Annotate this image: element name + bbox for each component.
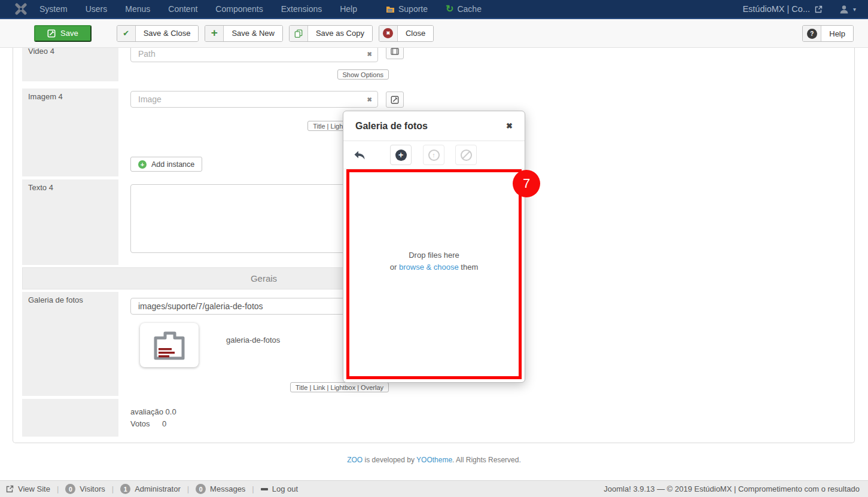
gallery-folder-thumbnail[interactable] — [140, 323, 199, 367]
close-button[interactable]: ✖ Close — [379, 25, 434, 42]
save-new-button[interactable]: + Save & New — [205, 25, 283, 42]
video4-select-button[interactable] — [386, 48, 404, 59]
menu-users[interactable]: Users — [86, 4, 108, 14]
admin-count-badge: 1 — [120, 484, 130, 494]
save-button[interactable]: Save — [34, 25, 92, 42]
cancel-upload-button — [455, 145, 477, 165]
video4-path-input[interactable] — [130, 48, 378, 62]
save-edit-icon — [47, 29, 56, 38]
show-options-button[interactable]: Show Options — [337, 69, 389, 80]
galeria-path-wrap: ✖ — [130, 298, 378, 315]
browse-choose-link[interactable]: browse & choose — [399, 263, 459, 272]
menu-components[interactable]: Components — [215, 4, 263, 14]
modal-title: Galeria de fotos — [355, 121, 428, 132]
imagem4-input[interactable] — [130, 91, 378, 108]
gallery-folder-name: galeria-de-fotos — [226, 336, 280, 344]
external-link-icon — [6, 485, 14, 493]
dropzone-text: Drop files here or browse & choose them — [390, 249, 478, 273]
back-arrow-icon[interactable] — [354, 150, 366, 160]
file-dropzone[interactable]: Drop files here or browse & choose them — [346, 169, 522, 379]
logout-link[interactable]: Log out — [261, 484, 298, 493]
upload-circle-icon: ↑ — [428, 150, 440, 161]
admin-menubar: System Users Menus Content Components Ex… — [0, 0, 868, 19]
field-label: Video 4 — [22, 48, 118, 56]
menu-cache[interactable]: ↻ Cache — [446, 4, 482, 14]
label-cell-texto4: Texto 4 — [22, 179, 118, 265]
visitors-count-badge: 0 — [65, 484, 75, 494]
imagem4-wrap: ✖ — [130, 91, 378, 108]
zoo-link[interactable]: ZOO — [347, 456, 363, 464]
visitors-status[interactable]: 0 Visitors — [65, 484, 105, 494]
galeria-options-button[interactable]: Title | Link | Lightbox | Overlay — [290, 382, 389, 392]
menu-suporte[interactable]: Suporte — [386, 4, 428, 14]
field-label: Imagem 4 — [22, 89, 118, 101]
joomla-version-copyright: Joomla! 3.9.13 — © 2019 EstúdioMX | Comp… — [604, 484, 860, 493]
yootheme-link[interactable]: YOOtheme — [416, 456, 452, 464]
admin-statusbar: View Site | 0 Visitors | 1 Administrator… — [0, 480, 868, 497]
external-link-icon — [815, 5, 823, 13]
modal-toolbar: + ↑ — [343, 141, 525, 169]
imagem4-edit-button[interactable] — [386, 92, 404, 108]
plus-circle-icon: + — [395, 150, 407, 161]
administrator-status[interactable]: 1 Administrator — [120, 484, 181, 494]
cache-refresh-icon: ↻ — [446, 4, 453, 14]
menu-system[interactable]: System — [39, 4, 68, 14]
logout-icon — [261, 488, 268, 490]
suporte-folder-icon — [386, 5, 395, 13]
chevron-down-icon: ▾ — [853, 6, 856, 13]
messages-status[interactable]: 0 Messages — [196, 484, 245, 494]
save-copy-button[interactable]: Save as Copy — [289, 25, 373, 42]
joomla-logo-icon[interactable] — [13, 3, 29, 15]
action-toolbar: Save ✔ Save & Close + Save & New Save as… — [0, 19, 868, 48]
label-cell-video4: Video 4 — [22, 48, 118, 81]
check-icon: ✔ — [117, 26, 136, 41]
site-preview-link[interactable]: EstúdioMX | Co... — [742, 4, 823, 14]
modal-header: Galeria de fotos ✖ — [343, 111, 525, 141]
toolbar-button-group: ✔ Save & Close + Save & New Save as Copy… — [117, 25, 434, 42]
folder-icon — [151, 328, 188, 362]
votos-value: 0 — [162, 419, 166, 428]
video-file-icon — [391, 48, 399, 55]
question-circle-icon: ? — [803, 26, 821, 41]
add-instance-button[interactable]: + Add instance — [130, 157, 202, 172]
votos-label: Votos — [130, 419, 150, 428]
person-icon — [839, 5, 849, 14]
menu-content[interactable]: Content — [168, 4, 197, 14]
edit-pencil-icon — [391, 96, 399, 104]
galeria-path-input[interactable] — [130, 298, 378, 315]
add-files-button[interactable]: + — [390, 145, 412, 165]
upload-button: ↑ — [423, 145, 444, 165]
plus-circle-icon: + — [138, 160, 147, 169]
label-cell-imagem4: Imagem 4 — [22, 89, 118, 176]
menu-help[interactable]: Help — [340, 4, 357, 14]
clear-icon[interactable]: ✖ — [367, 96, 372, 103]
menu-menus[interactable]: Menus — [125, 4, 150, 14]
close-circle-icon: ✖ — [379, 26, 398, 41]
help-button[interactable]: ? Help — [802, 25, 854, 42]
label-cell-galeria: Galeria de fotos — [22, 292, 118, 396]
video4-path-wrap: ✖ — [130, 48, 378, 62]
texto4-textarea[interactable] — [130, 184, 378, 253]
messages-count-badge: 0 — [196, 484, 206, 494]
save-close-button[interactable]: ✔ Save & Close — [117, 25, 199, 42]
view-site-link[interactable]: View Site — [6, 484, 50, 493]
avaliacao-line: avaliação 0.0 — [130, 407, 176, 416]
menu-extensions[interactable]: Extensions — [281, 4, 322, 14]
clear-icon[interactable]: ✖ — [367, 51, 372, 57]
field-label: Galeria de fotos — [22, 292, 118, 304]
ban-circle-icon — [461, 150, 472, 161]
zoo-footer: ZOO is developed by YOOtheme. All Rights… — [0, 456, 868, 464]
field-label: Texto 4 — [22, 179, 118, 192]
step-badge-7: 7 — [513, 170, 540, 197]
modal-close-icon[interactable]: ✖ — [506, 121, 513, 130]
plus-icon: + — [205, 25, 224, 41]
galeria-modal: Galeria de fotos ✖ + ↑ Drop files here o… — [343, 111, 525, 383]
label-cell-rating — [22, 399, 118, 437]
copy-icon — [290, 26, 308, 41]
user-menu[interactable]: ▾ — [839, 5, 856, 14]
